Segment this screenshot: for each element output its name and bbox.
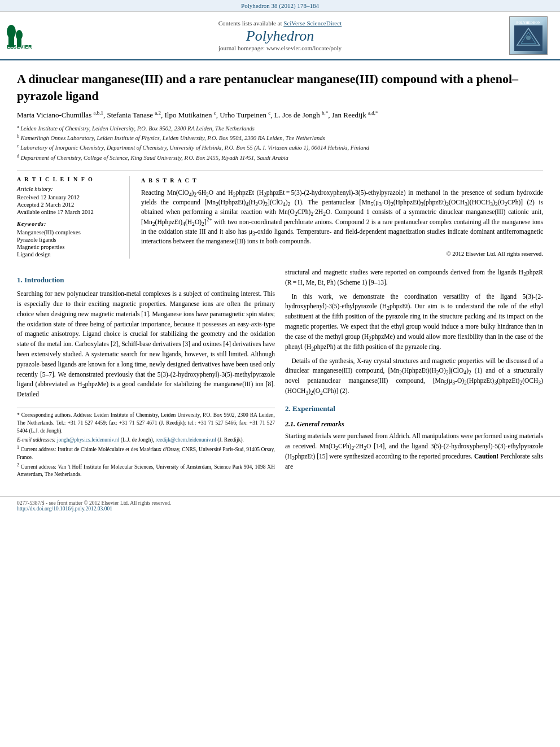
footnotes: * Corresponding authors. Address: Leiden… — [17, 408, 275, 479]
fn1: 1 Current address: Institut de Chimie Mo… — [17, 446, 275, 462]
abstract-block: A B S T R A C T Reacting Mn(ClO4)2·6H2O … — [141, 176, 543, 259]
general-remarks-heading: 2.1. General remarks — [285, 419, 543, 430]
body-columns: 1. Introduction Searching for new polynu… — [17, 268, 543, 480]
svg-text:ELSEVIER: ELSEVIER — [7, 44, 32, 50]
authors-line: Marta Viciano-Chumillas a,b,1, Stefania … — [17, 110, 543, 121]
keyword-1: Manganese(III) complexes — [17, 229, 121, 235]
polyhedron-cover-image: POLYHEDRON — [509, 16, 554, 55]
elsevier-logo: ELSEVIER — [6, 19, 51, 53]
article-info-label: A R T I C L E I N F O — [17, 176, 121, 182]
svg-point-9 — [526, 36, 531, 40]
received-date: Received 12 January 2012 — [17, 194, 121, 200]
keyword-3: Magnetic properties — [17, 244, 121, 250]
article-title: A dinuclear manganese(III) and a rare pe… — [17, 71, 543, 104]
abstract-text: Reacting Mn(ClO4)2·6H2O and H2phpzEt (H2… — [141, 188, 543, 247]
bottom-bar: 0277-5387/$ - see front matter © 2012 El… — [0, 496, 560, 515]
experimental-heading: 2. Experimental — [285, 403, 543, 414]
info-abstract-block: A R T I C L E I N F O Article history: R… — [17, 170, 543, 259]
keywords-label: Keywords: — [17, 221, 121, 227]
journal-top-bar: Polyhedron 38 (2012) 178–184 — [0, 0, 560, 12]
sciverse-link[interactable]: SciVerse ScienceDirect — [283, 20, 342, 27]
available-date: Available online 17 March 2012 — [17, 209, 121, 215]
experimental-para-1: Starting materials were purchased from A… — [285, 431, 543, 471]
keyword-2: Pyrazole ligands — [17, 237, 121, 243]
email-footnote: E-mail addresses: jongh@physics.leidenun… — [17, 436, 275, 444]
affiliations: a Leiden Institute of Chemistry, Leiden … — [17, 124, 543, 162]
right-column: structural and magnetic studies were rep… — [285, 268, 543, 480]
corresponding-footnote: * Corresponding authors. Address: Leiden… — [17, 412, 275, 435]
journal-homepage: journal homepage: www.elsevier.com/locat… — [51, 45, 509, 51]
journal-header: ELSEVIER Contents lists available at Sci… — [0, 12, 560, 60]
doi-text: http://dx.doi.org/10.1016/j.poly.2012.03… — [17, 506, 543, 512]
journal-volume: Polyhedron 38 (2012) 178–184 — [241, 2, 319, 9]
contents-available-text: Contents lists available at SciVerse Sci… — [51, 20, 509, 27]
fn2: 2 Current address: Van 't Hoff Institute… — [17, 464, 275, 479]
accepted-date: Accepted 2 March 2012 — [17, 202, 121, 208]
intro-para-right-3: Details of the synthesis, X-ray crystal … — [285, 356, 543, 396]
copyright-text: © 2012 Elsevier Ltd. All rights reserved… — [141, 250, 543, 259]
left-column: 1. Introduction Searching for new polynu… — [17, 268, 275, 480]
article-main: A dinuclear manganese(III) and a rare pe… — [0, 60, 560, 491]
svg-point-4 — [16, 30, 23, 40]
journal-title-block: Contents lists available at SciVerse Sci… — [51, 20, 509, 51]
issn-text: 0277-5387/$ - see front matter © 2012 El… — [17, 500, 543, 506]
intro-para-1: Searching for new polynuclear transition… — [17, 289, 275, 400]
intro-para-right-2: In this work, we demonstrate the coordin… — [285, 292, 543, 352]
doi-link[interactable]: http://dx.doi.org/10.1016/j.poly.2012.03… — [17, 506, 112, 512]
journal-name: Polyhedron — [51, 28, 509, 45]
article-info: A R T I C L E I N F O Article history: R… — [17, 176, 130, 259]
keyword-4: Ligand design — [17, 251, 121, 257]
abstract-label: A B S T R A C T — [141, 176, 543, 185]
intro-para-right-1: structural and magnetic studies were rep… — [285, 268, 543, 288]
svg-point-2 — [7, 25, 16, 38]
history-label: Article history: — [17, 186, 121, 192]
intro-heading: 1. Introduction — [17, 274, 275, 286]
